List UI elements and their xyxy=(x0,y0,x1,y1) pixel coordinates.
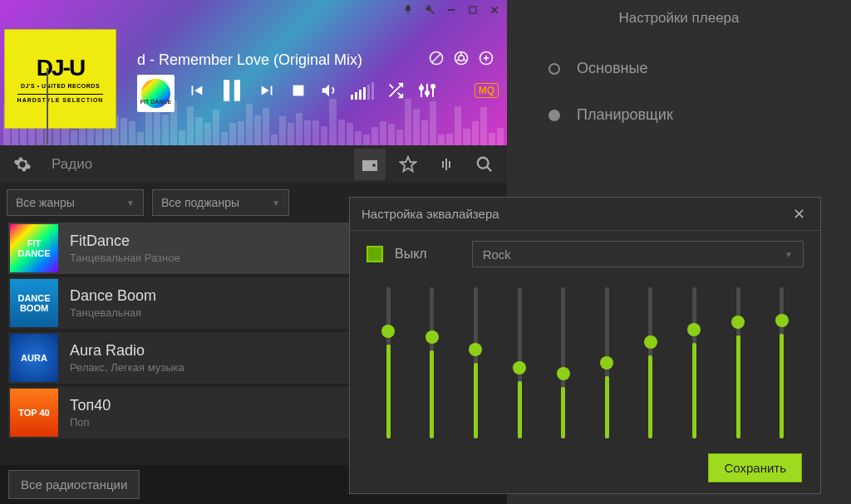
gear-icon[interactable] xyxy=(7,149,38,180)
settings-item[interactable]: Планировщик xyxy=(548,106,851,124)
station-name: Dance Boom xyxy=(70,287,156,305)
toolbar: Радио xyxy=(0,145,507,183)
station-thumb: AURA xyxy=(10,334,58,382)
station-thumb: FIT DANCE xyxy=(10,224,58,272)
equalizer-icon[interactable] xyxy=(417,81,437,100)
wrench-icon[interactable] xyxy=(424,4,435,16)
radio-dot-icon xyxy=(548,110,560,121)
equalizer-off-label: Выкл xyxy=(395,247,427,262)
radio-icon[interactable] xyxy=(354,149,386,180)
eq-band[interactable] xyxy=(465,287,486,438)
maximize-icon[interactable] xyxy=(467,4,479,16)
block-icon[interactable] xyxy=(428,50,445,66)
subgenre-select[interactable]: Все поджанры xyxy=(152,189,289,216)
eq-band[interactable] xyxy=(640,287,662,438)
station-genre: Танцевальная Разное xyxy=(70,252,180,264)
svg-line-10 xyxy=(464,60,467,61)
prev-track-icon[interactable] xyxy=(187,81,205,100)
settings-item[interactable]: Основные xyxy=(548,60,851,77)
mini-album-art: FIT DANCE xyxy=(137,75,175,112)
eq-band[interactable] xyxy=(377,287,399,438)
track-title: d - Remember Love (Original Mix) xyxy=(137,51,362,69)
album-selection: HARDSTYLE SELECTION xyxy=(17,94,104,103)
station-thumb: TOP 40 xyxy=(10,389,58,437)
stop-icon[interactable] xyxy=(289,81,307,100)
close-icon[interactable]: ✕ xyxy=(790,202,809,227)
equalizer-preset-select[interactable]: Rock xyxy=(472,241,804,267)
volume-icon[interactable] xyxy=(320,81,338,100)
star-icon[interactable] xyxy=(392,149,424,180)
svg-point-18 xyxy=(420,86,423,90)
svg-line-5 xyxy=(432,54,440,62)
volume-bars[interactable] xyxy=(351,82,374,100)
playback-controls xyxy=(187,76,437,105)
eq-band[interactable] xyxy=(596,287,617,438)
album-sub: DJ'S • UNITED RECORDS xyxy=(21,83,100,89)
equalizer-title: Настройка эквалайзера xyxy=(362,207,790,221)
svg-rect-1 xyxy=(470,7,476,13)
save-button[interactable]: Сохранить xyxy=(708,453,802,482)
station-genre: Танцевальная xyxy=(70,306,156,319)
chrome-icon[interactable] xyxy=(453,50,470,66)
svg-point-22 xyxy=(431,85,435,88)
wave-icon[interactable] xyxy=(430,149,462,180)
eq-band[interactable] xyxy=(421,287,443,438)
svg-rect-14 xyxy=(224,80,229,101)
add-icon[interactable] xyxy=(478,50,494,66)
svg-line-29 xyxy=(487,166,492,171)
player-header: DJ-U DJ'S • UNITED RECORDS HARDSTYLE SEL… xyxy=(0,0,507,145)
svg-rect-15 xyxy=(234,80,240,101)
next-track-icon[interactable] xyxy=(258,81,277,100)
eq-band[interactable] xyxy=(683,287,705,438)
settings-list: ОсновныеПланировщик xyxy=(507,60,851,124)
station-genre: Релакс, Легкая музыка xyxy=(70,361,184,374)
eq-band[interactable] xyxy=(553,287,574,438)
pause-icon[interactable] xyxy=(218,76,246,105)
genre-select[interactable]: Все жанры xyxy=(7,189,144,216)
station-thumb: DANCE BOOM xyxy=(10,279,58,327)
mini-art-label: FIT DANCE xyxy=(140,99,171,105)
window-controls xyxy=(402,4,500,16)
genre-select-label: Все жанры xyxy=(16,196,75,209)
settings-item-label: Основные xyxy=(577,60,647,77)
eq-band[interactable] xyxy=(509,287,530,438)
eq-band[interactable] xyxy=(771,287,793,438)
album-logo: DJ-U xyxy=(37,55,84,81)
equalizer-panel: Настройка эквалайзера ✕ Выкл Rock Сохран… xyxy=(349,197,821,494)
equalizer-bands xyxy=(350,272,820,453)
settings-title: Настройки плеера xyxy=(507,10,851,27)
equalizer-preset-label: Rock xyxy=(483,247,511,262)
settings-connector xyxy=(47,68,48,144)
close-window-icon[interactable] xyxy=(489,4,500,16)
toolbar-label: Радио xyxy=(45,156,347,173)
album-art: DJ-U DJ'S • UNITED RECORDS HARDSTYLE SEL… xyxy=(4,29,116,129)
radio-dot-icon xyxy=(548,63,560,75)
equalizer-toggle[interactable] xyxy=(366,246,383,262)
station-name: Aura Radio xyxy=(70,342,184,360)
svg-point-20 xyxy=(426,91,429,95)
eq-band[interactable] xyxy=(727,287,749,438)
subgenre-select-label: Все поджанры xyxy=(161,196,239,209)
svg-rect-16 xyxy=(293,86,304,96)
svg-line-9 xyxy=(455,60,459,61)
station-genre: Поп xyxy=(70,416,111,428)
search-icon[interactable] xyxy=(469,149,500,180)
svg-point-28 xyxy=(478,157,489,168)
station-name: FitDance xyxy=(70,232,180,250)
pin-icon[interactable] xyxy=(402,4,414,16)
station-name: Топ40 xyxy=(70,397,111,414)
quality-badge: MQ xyxy=(475,83,499,98)
minimize-icon[interactable] xyxy=(445,4,457,16)
shuffle-icon[interactable] xyxy=(386,81,405,100)
all-stations-tab[interactable]: Все радиостанции xyxy=(8,470,140,499)
settings-item-label: Планировщик xyxy=(577,106,673,124)
